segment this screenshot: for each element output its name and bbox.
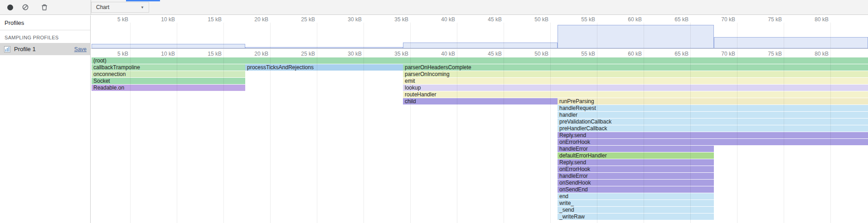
flame-bar[interactable]: onSendHook bbox=[558, 180, 714, 186]
flame-bar[interactable]: onErrorHook bbox=[558, 166, 714, 172]
memory-timeline-segment[interactable] bbox=[558, 25, 714, 48]
flame-bar[interactable]: onErrorHook bbox=[558, 139, 868, 145]
ruler-tick-label: 45 kB bbox=[470, 51, 502, 57]
record-heap-profile-button[interactable] bbox=[5, 3, 15, 12]
profiler-toolbar: Chart ▼ bbox=[0, 0, 868, 15]
ruler-tick-label: 30 kB bbox=[330, 51, 362, 57]
sampling-profiles-section-label: SAMPLING PROFILES bbox=[0, 30, 90, 43]
ruler-tick-label: 50 kB bbox=[517, 51, 548, 57]
ruler-tick-label: 5 kB bbox=[97, 51, 128, 57]
selected-tab-accent bbox=[126, 0, 160, 1]
ruler-tick-label: 10 kB bbox=[143, 51, 175, 57]
toolbar-buttons bbox=[0, 0, 91, 14]
flame-bar[interactable]: end bbox=[558, 193, 714, 199]
flame-bar[interactable]: _send bbox=[558, 207, 714, 213]
record-icon bbox=[7, 5, 13, 10]
memory-timeline-segment[interactable] bbox=[92, 44, 245, 48]
ruler-tick-label: 5 kB bbox=[97, 16, 128, 23]
flame-bar[interactable]: write_ bbox=[558, 200, 714, 206]
chevron-down-icon: ▼ bbox=[141, 5, 144, 9]
ruler-tick-label: 40 kB bbox=[423, 16, 455, 23]
memory-overview[interactable]: 5 kB10 kB15 kB20 kB25 kB30 kB35 kB40 kB4… bbox=[91, 15, 868, 49]
ruler-tick-label: 35 kB bbox=[377, 51, 408, 57]
ruler-tick-label: 75 kB bbox=[750, 51, 782, 57]
ruler-tick-label: 70 kB bbox=[703, 51, 735, 57]
ruler-tick-label: 40 kB bbox=[423, 51, 455, 57]
ruler-tick-label: 25 kB bbox=[283, 16, 315, 23]
flame-bar[interactable]: callbackTrampoline bbox=[92, 64, 245, 71]
ruler-tick-label: 75 kB bbox=[750, 16, 782, 23]
flame-ruler: 5 kB10 kB15 kB20 kB25 kB30 kB35 kB40 kB4… bbox=[91, 49, 868, 57]
flame-bar[interactable]: preValidationCallback bbox=[558, 119, 868, 125]
overview-ruler: 5 kB10 kB15 kB20 kB25 kB30 kB35 kB40 kB4… bbox=[91, 16, 868, 23]
ruler-tick-label: 50 kB bbox=[517, 16, 548, 23]
flamechart-pane: 5 kB10 kB15 kB20 kB25 kB30 kB35 kB40 kB4… bbox=[91, 15, 868, 223]
flame-bar[interactable]: Reply.send bbox=[558, 132, 868, 138]
profile-list-item[interactable]: Profile 1 Save bbox=[0, 43, 90, 55]
ruler-tick-label: 30 kB bbox=[330, 16, 362, 23]
memory-timeline-segment[interactable] bbox=[714, 37, 868, 48]
view-mode-select[interactable]: Chart ▼ bbox=[91, 2, 149, 13]
view-mode-value: Chart bbox=[96, 4, 109, 10]
ruler-tick-label: 15 kB bbox=[190, 51, 222, 57]
flame-bar[interactable]: defaultErrorHandler bbox=[558, 152, 714, 159]
chart-toolbar-section: Chart ▼ bbox=[91, 0, 868, 14]
flame-bar[interactable]: Reply.send bbox=[558, 159, 714, 166]
sidebar-title: Profiles bbox=[0, 15, 90, 30]
ruler-tick-label: 55 kB bbox=[563, 51, 595, 57]
flame-bar[interactable]: onSendEnd bbox=[558, 186, 714, 193]
memory-timeline[interactable] bbox=[91, 23, 868, 48]
profile-icon bbox=[4, 46, 11, 53]
ruler-tick-label: 45 kB bbox=[470, 16, 502, 23]
memory-timeline-segment[interactable] bbox=[245, 47, 403, 48]
profiles-sidebar: Profiles SAMPLING PROFILES Profile 1 Sav… bbox=[0, 15, 91, 223]
ruler-tick-label: 60 kB bbox=[610, 51, 642, 57]
ruler-tick-label: 70 kB bbox=[703, 16, 735, 23]
flame-bar[interactable]: (root) bbox=[92, 57, 868, 64]
flame-bar[interactable]: runPreParsing bbox=[558, 98, 868, 104]
flame-bar[interactable]: Readable.on bbox=[92, 85, 245, 91]
ruler-tick-label: 20 kB bbox=[237, 16, 268, 23]
ruler-tick-label: 80 kB bbox=[797, 16, 829, 23]
panel-body: Profiles SAMPLING PROFILES Profile 1 Sav… bbox=[0, 15, 868, 223]
ruler-tick-label: 15 kB bbox=[190, 16, 222, 23]
ruler-tick-label: 65 kB bbox=[657, 16, 689, 23]
flamechart[interactable]: 5 kB10 kB15 kB20 kB25 kB30 kB35 kB40 kB4… bbox=[91, 49, 868, 223]
flame-bar[interactable]: lookup bbox=[403, 85, 868, 91]
flame-bar[interactable]: _writeRaw bbox=[558, 214, 714, 220]
ruler-tick-label: 65 kB bbox=[657, 51, 689, 57]
flame-bar[interactable]: Socket bbox=[92, 78, 245, 84]
ruler-tick-label: 25 kB bbox=[283, 51, 315, 57]
flame-rows: (root)callbackTrampolineprocessTicksAndR… bbox=[91, 57, 868, 223]
memory-timeline-segment[interactable] bbox=[403, 43, 558, 48]
clear-icon bbox=[22, 4, 29, 11]
flame-bar[interactable]: handler bbox=[558, 112, 868, 118]
flame-bar[interactable]: emit bbox=[403, 78, 868, 84]
profile-name: Profile 1 bbox=[14, 46, 71, 52]
flame-bar[interactable]: routeHandler bbox=[403, 91, 868, 98]
flame-bar[interactable]: handleError bbox=[558, 173, 714, 179]
trash-icon bbox=[41, 4, 48, 11]
flame-bar[interactable]: parserOnIncoming bbox=[403, 71, 868, 77]
devtools-heap-profiler-panel: Chart ▼ Profiles SAMPLING PROFILES Profi… bbox=[0, 0, 868, 223]
flame-bar[interactable]: onconnection bbox=[92, 71, 245, 77]
ruler-tick-label: 55 kB bbox=[563, 16, 595, 23]
flame-bar[interactable]: parserOnHeadersComplete bbox=[403, 64, 868, 71]
ruler-tick-label: 35 kB bbox=[377, 16, 408, 23]
ruler-tick-label: 80 kB bbox=[797, 51, 829, 57]
delete-profile-button[interactable] bbox=[40, 3, 49, 12]
flame-bar[interactable]: handleRequest bbox=[558, 105, 868, 111]
flame-bar[interactable]: handleError bbox=[558, 146, 714, 152]
clear-profiles-button[interactable] bbox=[21, 3, 30, 12]
ruler-tick-label: 10 kB bbox=[143, 16, 175, 23]
ruler-tick-label: 60 kB bbox=[610, 16, 642, 23]
flame-bar[interactable]: child bbox=[403, 98, 558, 104]
ruler-tick-label: 20 kB bbox=[237, 51, 268, 57]
flame-bar[interactable]: processTicksAndRejections bbox=[245, 64, 403, 71]
save-profile-link[interactable]: Save bbox=[74, 46, 87, 52]
flame-bar[interactable]: preHandlerCallback bbox=[558, 125, 868, 132]
